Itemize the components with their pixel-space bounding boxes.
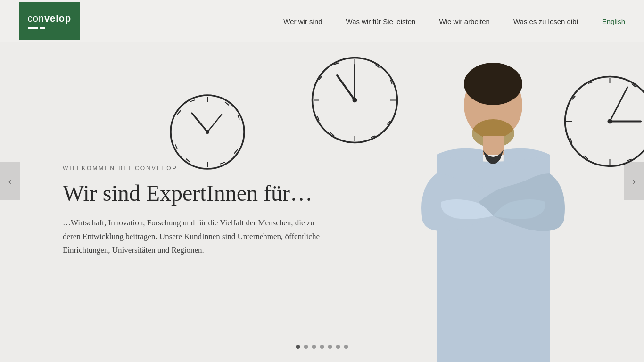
slider-prev-button[interactable]: ‹ (0, 162, 20, 200)
svg-rect-51 (483, 136, 504, 155)
person-image (361, 23, 597, 362)
logo-suffix: velop (44, 13, 71, 24)
clock-left-icon (167, 92, 248, 172)
svg-point-47 (608, 119, 612, 124)
svg-line-14 (207, 115, 222, 132)
slider-dot-4[interactable] (320, 345, 324, 349)
slider-dots (296, 345, 348, 349)
hero-subtitle: WILLKOMMEN BEI CONVELOP (63, 165, 327, 172)
logo-prefix: con (28, 13, 44, 24)
nav-wie-wir-arbeiten[interactable]: Wie wir arbeiten (439, 17, 490, 25)
nav-wer-wir-sind[interactable]: Wer wir sind (283, 17, 322, 25)
svg-point-49 (464, 63, 522, 105)
nav-was-zu-lesen[interactable]: Was es zu lesen gibt (513, 17, 578, 25)
hero-content: WILLKOMMEN BEI CONVELOP Wir sind ExpertI… (63, 165, 327, 257)
slider-dot-5[interactable] (328, 345, 332, 349)
slider-dot-3[interactable] (312, 345, 316, 349)
nav-was-wir-leisten[interactable]: Was wir für Sie leisten (346, 17, 416, 25)
svg-line-13 (192, 113, 207, 132)
slider-dot-2[interactable] (304, 345, 308, 349)
hero-title: Wir sind ExpertInnen für… (63, 180, 327, 206)
slider-dot-6[interactable] (336, 345, 340, 349)
chevron-left-icon: ‹ (8, 175, 11, 187)
header: convelop Wer wir sind Was wir für Sie le… (0, 0, 644, 42)
slider-dot-7[interactable] (344, 345, 348, 349)
hero-body: …Wirtschaft, Innovation, Forschung und f… (63, 216, 327, 257)
slider-dot-1[interactable] (296, 345, 300, 349)
svg-point-15 (206, 130, 209, 134)
main-nav: Wer wir sind Was wir für Sie leisten Wie… (283, 17, 625, 25)
slider-next-button[interactable]: › (624, 162, 644, 200)
chevron-right-icon: › (632, 175, 636, 187)
svg-line-29 (337, 75, 355, 100)
logo[interactable]: convelop (19, 2, 80, 40)
svg-line-46 (610, 87, 628, 122)
nav-english[interactable]: English (602, 17, 625, 25)
svg-point-31 (353, 98, 357, 103)
